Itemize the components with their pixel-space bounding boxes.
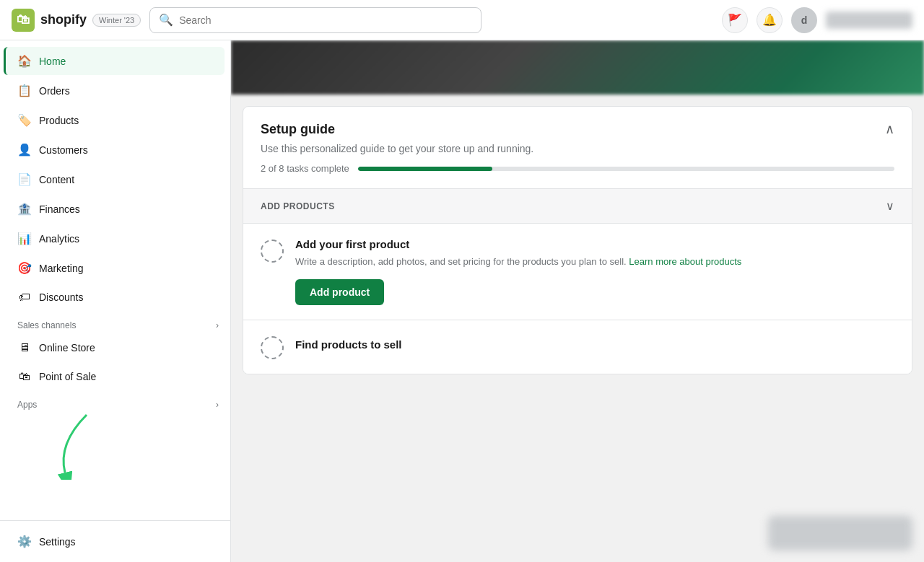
- progress-area: 2 of 8 tasks complete: [243, 163, 912, 188]
- setup-guide-title: Setup guide: [261, 122, 335, 137]
- hero-banner: [231, 40, 924, 95]
- add-products-chevron-icon: ∨: [886, 199, 894, 213]
- add-first-product-inner: Add your first product Write a descripti…: [261, 238, 894, 305]
- bottom-right-blurred: [768, 516, 912, 550]
- season-badge: Winter '23: [92, 14, 141, 27]
- add-product-button[interactable]: Add product: [295, 279, 384, 305]
- analytics-icon: 📊: [17, 232, 32, 245]
- find-products-title: Find products to sell: [295, 338, 402, 351]
- sales-channels-label: Sales channels: [17, 320, 76, 330]
- home-icon: 🏠: [17, 54, 32, 68]
- sidebar: 🏠 Home 📋 Orders 🏷️ Products 👤 Customers …: [0, 40, 231, 562]
- sidebar-item-label: Customers: [39, 144, 88, 156]
- content-cards: Setup guide ∧ Use this personalized guid…: [231, 95, 924, 386]
- products-icon: 🏷️: [17, 113, 32, 127]
- online-store-icon: 🖥: [17, 341, 32, 354]
- sidebar-item-settings[interactable]: ⚙️ Settings: [6, 527, 225, 556]
- learn-more-link[interactable]: Learn more about products: [629, 256, 741, 267]
- content-icon: 📄: [17, 172, 32, 186]
- nav-icons: 🚩 🔔 d: [722, 7, 912, 33]
- search-input[interactable]: [179, 14, 472, 26]
- shopify-logo-icon: 🛍: [12, 9, 35, 32]
- discounts-icon: 🏷: [17, 291, 32, 304]
- sidebar-item-marketing[interactable]: 🎯 Marketing: [6, 254, 225, 282]
- content-area: Setup guide ∧ Use this personalized guid…: [231, 40, 924, 562]
- sidebar-bottom: ⚙️ Settings: [0, 520, 230, 556]
- sidebar-item-label: Finances: [39, 203, 80, 215]
- green-arrow-annotation: [43, 408, 101, 483]
- sidebar-item-label: Analytics: [39, 233, 79, 245]
- top-navigation: 🛍 shopify Winter '23 🔍 🚩 🔔 d: [0, 0, 924, 40]
- task-content: Add your first product Write a descripti…: [295, 238, 894, 305]
- sidebar-item-label: Point of Sale: [39, 371, 96, 382]
- flag-icon-button[interactable]: 🚩: [722, 7, 748, 33]
- setup-guide-card: Setup guide ∧ Use this personalized guid…: [243, 106, 912, 374]
- logo-area: 🛍 shopify Winter '23: [12, 9, 141, 32]
- settings-icon: ⚙️: [17, 535, 32, 548]
- task-circle-icon: [261, 240, 284, 263]
- progress-bar-fill: [358, 167, 492, 171]
- finances-icon: 🏦: [17, 202, 32, 216]
- sales-channels-expand-icon[interactable]: ›: [216, 320, 219, 330]
- sidebar-item-label: Discounts: [39, 291, 83, 303]
- setup-guide-collapse-icon[interactable]: ∧: [885, 121, 894, 137]
- sidebar-item-analytics[interactable]: 📊 Analytics: [6, 224, 225, 253]
- avatar[interactable]: d: [791, 7, 817, 33]
- progress-bar-background: [358, 167, 894, 171]
- task-description: Write a description, add photos, and set…: [295, 255, 894, 269]
- sidebar-item-products[interactable]: 🏷️ Products: [6, 106, 225, 134]
- sidebar-item-content[interactable]: 📄 Content: [6, 165, 225, 193]
- sidebar-item-label: Marketing: [39, 263, 83, 274]
- setup-guide-subtitle: Use this personalized guide to get your …: [243, 143, 912, 163]
- apps-expand-icon[interactable]: ›: [216, 400, 219, 410]
- marketing-icon: 🎯: [17, 261, 32, 275]
- search-icon: 🔍: [159, 13, 173, 27]
- sidebar-item-customers[interactable]: 👤 Customers: [6, 136, 225, 164]
- setup-guide-header: Setup guide ∧: [243, 107, 912, 143]
- apps-label: Apps: [17, 400, 37, 410]
- sidebar-item-label: Online Store: [39, 342, 95, 354]
- add-products-label: ADD PRODUCTS: [261, 201, 335, 211]
- search-bar[interactable]: 🔍: [149, 7, 481, 33]
- sidebar-item-label: Products: [39, 115, 79, 126]
- find-products-item[interactable]: Find products to sell: [243, 320, 912, 374]
- sidebar-item-label: Orders: [39, 85, 70, 97]
- point-of-sale-icon: 🛍: [17, 370, 32, 383]
- sidebar-item-home[interactable]: 🏠 Home: [4, 47, 225, 75]
- bell-icon-button[interactable]: 🔔: [757, 7, 783, 33]
- task-circle-find-icon: [261, 336, 284, 359]
- sidebar-item-label: Settings: [39, 536, 76, 548]
- sidebar-item-orders[interactable]: 📋 Orders: [6, 76, 225, 105]
- store-name-blurred: [826, 12, 912, 29]
- add-first-product-item: Add your first product Write a descripti…: [243, 223, 912, 320]
- sidebar-item-finances[interactable]: 🏦 Finances: [6, 195, 225, 223]
- orders-icon: 📋: [17, 84, 32, 97]
- sidebar-item-label: Home: [39, 56, 66, 67]
- logo-text: shopify: [40, 12, 87, 27]
- apps-header: Apps ›: [0, 391, 230, 413]
- main-layout: 🏠 Home 📋 Orders 🏷️ Products 👤 Customers …: [0, 40, 924, 562]
- customers-icon: 👤: [17, 143, 32, 157]
- sidebar-item-online-store[interactable]: 🖥 Online Store: [6, 334, 225, 361]
- sidebar-item-label: Content: [39, 174, 74, 185]
- task-title: Add your first product: [295, 238, 894, 250]
- progress-label: 2 of 8 tasks complete: [261, 163, 349, 174]
- sidebar-item-point-of-sale[interactable]: 🛍 Point of Sale: [6, 363, 225, 390]
- sidebar-item-discounts[interactable]: 🏷 Discounts: [6, 284, 225, 311]
- add-products-section-header[interactable]: ADD PRODUCTS ∨: [243, 188, 912, 223]
- sales-channels-header: Sales channels ›: [0, 312, 230, 333]
